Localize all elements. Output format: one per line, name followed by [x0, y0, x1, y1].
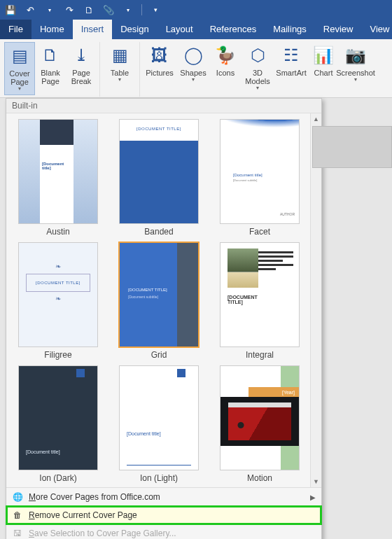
ribbon: ▤ Cover Page ▾ 🗋 Blank Page ⤓ Page Break… [0, 39, 392, 98]
icons-label: Icons [216, 69, 234, 77]
pictures-button[interactable]: 🖼 Pictures [143, 42, 176, 95]
shapes-button[interactable]: ◯ Shapes ▾ [176, 42, 210, 95]
table-icon: ▦ [112, 43, 128, 67]
doc-title: [DOCUMENT TITLE] [26, 274, 90, 292]
paste-icon[interactable]: 📎 [101, 2, 116, 18]
doc-author: AUTHOR [280, 212, 295, 216]
thumbnail-label: Motion [247, 473, 272, 483]
customize-qat-icon[interactable]: ▾ [148, 2, 163, 18]
thumbnail: [Document title] [Document subtitle] AUT… [220, 119, 300, 224]
thumbnail-label: Austin [46, 227, 69, 237]
chart-button[interactable]: 📊 Chart [308, 42, 339, 95]
doc-title: [Document title] [26, 449, 60, 454]
screenshot-icon: 📷 [345, 43, 366, 67]
thumbnail-label: Integral [246, 350, 274, 360]
gallery-item-filigree[interactable]: ❧ [DOCUMENT TITLE] ❧ Filigree [9, 241, 107, 361]
thumbnail: [Year] [220, 365, 300, 470]
gallery-item-banded[interactable]: [DOCUMENT TITLE] Banded [110, 118, 208, 238]
page-break-icon: ⤓ [74, 43, 88, 67]
3d-models-icon: ⬡ [251, 43, 265, 67]
tab-mailings[interactable]: Mailings [265, 20, 315, 39]
pictures-icon: 🖼 [151, 43, 168, 67]
smartart-button[interactable]: ☷ SmartArt [274, 42, 308, 95]
tab-insert[interactable]: Insert [73, 20, 113, 39]
gallery-item-austin[interactable]: [Document title] Austin [9, 118, 107, 238]
gallery-item-facet[interactable]: [Document title] [Document subtitle] AUT… [211, 118, 309, 238]
thumbnail-label: Ion (Light) [140, 473, 178, 483]
doc-title: [Document title] [42, 162, 71, 170]
undo-dropdown-icon[interactable]: ▾ [42, 2, 57, 18]
screenshot-button[interactable]: 📷 Screenshot ▾ [339, 42, 372, 95]
dropdown-icon: ▾ [118, 77, 121, 83]
cover-page-gallery: Built-in ▲ ▼ [Document title] Austin [DO… [6, 98, 322, 539]
save-icon[interactable]: 💾 [3, 2, 18, 18]
menu-label: Remove Current Cover Page [29, 510, 137, 520]
thumbnail: ❧ [DOCUMENT TITLE] ❧ [18, 242, 98, 347]
thumbnail: [DOCUMENT TITLE] [Document subtitle] [119, 242, 199, 347]
doc-title: [DOCUMENT TITLE] [120, 127, 198, 131]
doc-subtitle: [Document subtitle] [128, 295, 158, 299]
redo-icon[interactable]: ↷ [62, 2, 77, 18]
remove-page-icon: 🗑 [12, 510, 23, 521]
icons-button[interactable]: 🦆 Icons [210, 42, 241, 95]
thumbnail: [DOCUMENT TITLE] [220, 242, 300, 347]
tab-file[interactable]: File [0, 20, 31, 39]
globe-icon: 🌐 [12, 491, 23, 503]
dropdown-icon: ▾ [18, 86, 21, 92]
page-break-button[interactable]: ⤓ Page Break [66, 42, 97, 95]
quick-access-toolbar: 💾 ↶ ▾ ↷ 🗋 📎 ▾ ▾ [0, 0, 392, 20]
tab-view[interactable]: View [361, 20, 392, 39]
tab-design[interactable]: Design [112, 20, 157, 39]
gallery-grid: [Document title] Austin [DOCUMENT TITLE]… [9, 118, 310, 484]
dropdown-icon: ▾ [354, 77, 357, 83]
gallery-item-integral[interactable]: [DOCUMENT TITLE] Integral [211, 241, 309, 361]
shapes-icon: ◯ [184, 43, 203, 67]
doc-title: [DOCUMENT TITLE] [227, 295, 270, 304]
doc-title: [DOCUMENT TITLE] [128, 288, 167, 292]
scroll-thumb[interactable] [312, 126, 392, 168]
thumbnail-label: Grid [151, 350, 167, 360]
cover-page-button[interactable]: ▤ Cover Page ▾ [4, 42, 35, 95]
dropdown-icon: ▾ [192, 77, 195, 83]
undo-icon[interactable]: ↶ [22, 2, 38, 18]
gallery-item-grid[interactable]: [DOCUMENT TITLE] [Document subtitle] Gri… [110, 241, 208, 361]
cover-page-label: Cover Page [6, 69, 33, 86]
gallery-scrollbar[interactable]: ▲ ▼ [310, 113, 321, 487]
gallery-section-header: Built-in [6, 99, 321, 113]
menu-remove-cover-page[interactable]: 🗑 Remove Current Cover Page [6, 506, 321, 524]
table-button[interactable]: ▦ Table ▾ [103, 42, 136, 95]
gallery-item-ion-dark[interactable]: [Document title] Ion (Dark) [9, 364, 107, 484]
page-break-label: Page Break [67, 69, 95, 85]
paste-dropdown-icon[interactable]: ▾ [120, 2, 136, 18]
smartart-label: SmartArt [276, 69, 306, 77]
tab-home[interactable]: Home [31, 20, 73, 39]
gallery-footer-menu: 🌐 More Cover Pages from Office.com ▶ 🗑 R… [6, 487, 321, 539]
blank-page-button[interactable]: 🗋 Blank Page [35, 42, 66, 95]
scroll-up-icon[interactable]: ▲ [311, 113, 321, 125]
new-document-icon[interactable]: 🗋 [81, 2, 97, 18]
blank-page-label: Blank Page [36, 69, 64, 85]
thumbnail-label: Filigree [44, 350, 71, 360]
dropdown-icon: ▾ [256, 85, 259, 92]
cover-page-icon: ▤ [12, 44, 28, 68]
gallery-item-ion-light[interactable]: [Document title] Ion (Light) [110, 364, 208, 484]
doc-subtitle: [Document subtitle] [233, 178, 285, 182]
scroll-down-icon[interactable]: ▼ [311, 476, 321, 487]
menu-label: Save Selection to Cover Page Gallery... [29, 528, 176, 538]
thumbnail: [Document title] [18, 365, 98, 470]
tab-references[interactable]: References [202, 20, 265, 39]
gallery-item-motion[interactable]: [Year] Motion [211, 364, 309, 484]
save-gallery-icon: 🖫 [12, 528, 23, 539]
smartart-icon: ☷ [284, 43, 299, 67]
menu-save-selection: 🖫 Save Selection to Cover Page Gallery..… [6, 524, 321, 539]
3d-models-label: 3D Models [242, 69, 273, 85]
3d-models-button[interactable]: ⬡ 3D Models ▾ [241, 42, 274, 95]
tab-review[interactable]: Review [315, 20, 362, 39]
thumbnail: [Document title] [18, 119, 98, 224]
thumbnail-label: Ion (Dark) [39, 473, 76, 483]
thumbnail-label: Facet [249, 227, 270, 237]
menu-more-office[interactable]: 🌐 More Cover Pages from Office.com ▶ [6, 488, 321, 506]
tab-layout[interactable]: Layout [158, 20, 202, 39]
menu-label: More Cover Pages from Office.com [29, 492, 160, 502]
chevron-right-icon: ▶ [310, 493, 316, 501]
